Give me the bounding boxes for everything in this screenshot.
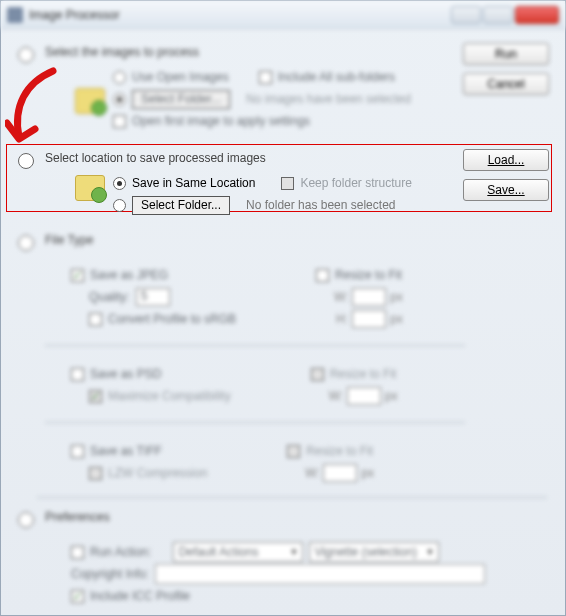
checkbox-save-jpeg[interactable] — [71, 269, 84, 282]
titlebar: Image Processor — [1, 1, 565, 29]
px-label: px — [390, 290, 403, 304]
section-file-type: File Type Save as JPEG Quality: 5 — [17, 227, 549, 493]
include-icc-label: Include ICC Profile — [90, 589, 190, 603]
divider — [37, 497, 547, 498]
section1-title: Select the images to process — [45, 45, 549, 59]
checkbox-open-first-image[interactable] — [113, 115, 126, 128]
minimize-button[interactable] — [451, 6, 481, 24]
folder-icon — [75, 88, 105, 114]
action-set-select[interactable]: Default Actions ▼ — [173, 542, 303, 562]
maximize-button[interactable] — [483, 6, 513, 24]
app-icon — [7, 7, 23, 23]
folder-icon — [75, 175, 105, 201]
resize-fit-psd-label: Resize to Fit — [330, 367, 397, 381]
checkbox-keep-folder[interactable] — [281, 177, 294, 190]
action-name-select[interactable]: Vignette (selection) ▼ — [309, 542, 439, 562]
action-set-value: Default Actions — [178, 545, 258, 559]
section-preferences: Preferences Run Action: Default Actions … — [17, 504, 549, 616]
step-1-icon — [18, 47, 34, 63]
w-input-jpeg[interactable] — [352, 288, 386, 306]
section-save-location: Select location to save processed images… — [17, 145, 549, 227]
dialog-window: Image Processor Run Cancel Select the im… — [0, 0, 566, 616]
no-images-status: No images have been selected — [246, 92, 411, 106]
same-location-label: Save in Same Location — [132, 176, 255, 190]
w-input-psd[interactable] — [347, 387, 381, 405]
max-compat-label: Maximize Compatibility — [108, 389, 231, 403]
h-label: H: — [334, 312, 348, 326]
select-folder-button-2[interactable]: Select Folder... — [132, 196, 230, 215]
section2-title: Select location to save processed images — [45, 151, 549, 165]
step-2-icon — [18, 153, 34, 169]
no-folder-status: No folder has been selected — [246, 198, 395, 212]
use-open-images-label: Use Open Images — [132, 70, 229, 84]
checkbox-save-tiff[interactable] — [71, 445, 84, 458]
radio-select-folder-2[interactable] — [113, 199, 126, 212]
divider — [45, 345, 465, 346]
checkbox-resize-fit-psd[interactable] — [311, 368, 324, 381]
checkbox-include-icc[interactable] — [71, 590, 84, 603]
w-label: W: — [329, 389, 343, 403]
px-label: px — [390, 312, 403, 326]
checkbox-save-psd[interactable] — [71, 368, 84, 381]
action-name-value: Vignette (selection) — [314, 545, 417, 559]
quality-label: Quality: — [89, 290, 130, 304]
checkbox-lzw[interactable] — [89, 467, 102, 480]
keep-folder-label: Keep folder structure — [300, 176, 411, 190]
save-psd-label: Save as PSD — [90, 367, 161, 381]
w-label: W: — [334, 290, 348, 304]
section3-title: File Type — [45, 233, 93, 247]
checkbox-run-action[interactable] — [71, 546, 84, 559]
include-subfolders-label: Include All sub-folders — [278, 70, 395, 84]
checkbox-resize-fit-tiff[interactable] — [287, 445, 300, 458]
divider — [45, 422, 465, 423]
copyright-input[interactable] — [155, 564, 485, 584]
convert-profile-label: Convert Profile to sRGB — [108, 312, 236, 326]
checkbox-resize-fit-jpeg[interactable] — [316, 269, 329, 282]
chevron-down-icon: ▼ — [425, 547, 434, 557]
section4-title: Preferences — [45, 510, 110, 524]
resize-fit-tiff-label: Resize to Fit — [306, 444, 373, 458]
h-input-jpeg[interactable] — [352, 310, 386, 328]
copyright-label: Copyright Info: — [71, 567, 149, 581]
chevron-down-icon: ▼ — [289, 547, 298, 557]
w-input-tiff[interactable] — [323, 464, 357, 482]
w-label: W: — [305, 466, 319, 480]
open-first-image-label: Open first image to apply settings — [132, 114, 310, 128]
radio-use-open-images[interactable] — [113, 71, 126, 84]
radio-select-folder-1[interactable] — [113, 93, 126, 106]
step-3-icon — [18, 235, 34, 251]
checkbox-max-compat[interactable] — [89, 390, 102, 403]
resize-fit-label: Resize to Fit — [335, 268, 402, 282]
px-label: px — [361, 466, 374, 480]
checkbox-include-subfolders[interactable] — [259, 71, 272, 84]
close-button[interactable] — [515, 6, 559, 24]
select-folder-button-1[interactable]: Select Folder... — [132, 90, 230, 109]
save-tiff-label: Save as TIFF — [90, 444, 162, 458]
step-4-icon — [18, 512, 34, 528]
run-action-label: Run Action: — [90, 545, 151, 559]
save-jpeg-label: Save as JPEG — [90, 268, 168, 282]
radio-same-location[interactable] — [113, 177, 126, 190]
window-title: Image Processor — [29, 8, 120, 22]
lzw-label: LZW Compression — [108, 466, 207, 480]
quality-input[interactable]: 5 — [136, 288, 170, 306]
section-select-images: Select the images to process Use Open Im… — [17, 39, 549, 143]
checkbox-convert-profile[interactable] — [89, 313, 102, 326]
px-label: px — [385, 389, 398, 403]
